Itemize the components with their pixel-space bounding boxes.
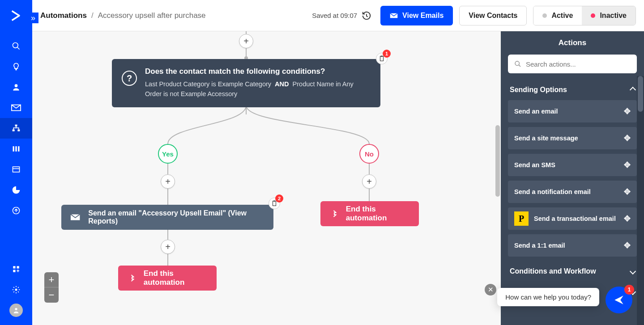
no-branch[interactable]: No bbox=[359, 144, 379, 164]
svg-line-1 bbox=[17, 47, 20, 50]
add-step-yes[interactable]: + bbox=[161, 174, 175, 189]
send-email-node[interactable]: Send an email "Accessory Upsell Email" (… bbox=[61, 205, 273, 230]
svg-rect-10 bbox=[13, 167, 20, 172]
envelope-icon bbox=[70, 213, 80, 221]
actions-panel-scrollbar[interactable] bbox=[637, 76, 644, 325]
svg-rect-32 bbox=[273, 201, 275, 202]
search-icon bbox=[12, 42, 21, 51]
search-icon bbox=[514, 60, 521, 68]
question-icon: ? bbox=[122, 71, 137, 86]
svg-rect-9 bbox=[18, 146, 19, 152]
nav-deals[interactable] bbox=[0, 139, 32, 159]
nav-contacts[interactable] bbox=[0, 77, 32, 97]
end-icon bbox=[331, 209, 340, 219]
condition-title: Does the contact match the following con… bbox=[145, 67, 370, 76]
chat-badge: 1 bbox=[624, 285, 634, 295]
svg-rect-28 bbox=[380, 56, 384, 61]
add-step-after-email[interactable]: + bbox=[161, 240, 175, 254]
view-emails-button[interactable]: View Emails bbox=[380, 6, 453, 25]
move-icon: ✥ bbox=[624, 106, 631, 116]
toggle-active[interactable]: Active bbox=[533, 6, 582, 25]
move-icon: ✥ bbox=[624, 187, 631, 197]
action-send-sms[interactable]: Send an SMS✥ bbox=[508, 154, 637, 176]
chat-prompt[interactable]: How can we help you today? bbox=[497, 288, 599, 306]
topbar: Automations / Accessory upsell after pur… bbox=[32, 0, 644, 31]
action-send-notification-email[interactable]: Send a notification email✥ bbox=[508, 181, 637, 203]
nav-apps[interactable] bbox=[0, 259, 32, 279]
condition-badge[interactable]: 1 bbox=[376, 53, 388, 64]
zoom-controls: + − bbox=[44, 272, 59, 303]
svg-rect-14 bbox=[17, 266, 19, 268]
email-node-badge[interactable]: 2 bbox=[269, 198, 280, 209]
pie-icon bbox=[12, 186, 21, 194]
nav-upgrade[interactable] bbox=[0, 200, 32, 221]
end-automation-node-no[interactable]: End this automation bbox=[320, 201, 419, 226]
chat-close-button[interactable]: ✕ bbox=[485, 284, 496, 295]
svg-rect-7 bbox=[13, 146, 14, 152]
action-send-site-message[interactable]: Send a site message✥ bbox=[508, 127, 637, 149]
status-toggle: Active Inactive bbox=[533, 6, 636, 25]
move-icon: ✥ bbox=[624, 133, 631, 143]
svg-rect-5 bbox=[13, 130, 15, 131]
svg-rect-8 bbox=[15, 146, 17, 152]
svg-rect-6 bbox=[17, 130, 20, 131]
person-icon bbox=[12, 83, 21, 92]
gear-icon bbox=[12, 285, 21, 294]
automation-canvas[interactable]: + ? Does the contact match the following… bbox=[32, 31, 501, 325]
actions-panel-title: Actions bbox=[501, 31, 644, 55]
nav-settings[interactable] bbox=[0, 279, 32, 300]
nav-campaigns[interactable] bbox=[0, 97, 32, 118]
svg-point-0 bbox=[13, 43, 18, 48]
postmark-icon: P bbox=[514, 211, 529, 226]
end-automation-node-yes[interactable]: End this automation bbox=[118, 266, 217, 291]
apps-icon bbox=[12, 265, 20, 273]
move-icon: ✥ bbox=[624, 241, 631, 250]
action-send-transactional-email[interactable]: PSend a transactional email✥ bbox=[508, 207, 637, 230]
chevron-down-icon bbox=[630, 268, 636, 274]
left-nav: » bbox=[0, 0, 32, 325]
section-sending-options[interactable]: Sending Options bbox=[501, 80, 644, 100]
nav-lists[interactable] bbox=[0, 159, 32, 180]
actions-search[interactable] bbox=[508, 55, 637, 73]
chat-fab[interactable]: 1 bbox=[606, 287, 632, 313]
nav-profile[interactable] bbox=[0, 300, 32, 321]
yes-branch[interactable]: Yes bbox=[158, 144, 178, 164]
svg-point-33 bbox=[515, 61, 519, 65]
section-conditions-workflow[interactable]: Conditions and Workflow bbox=[501, 261, 644, 282]
expand-sidebar-icon[interactable]: » bbox=[28, 13, 38, 23]
columns-icon bbox=[12, 144, 21, 153]
saved-status: Saved at 09:07 bbox=[312, 11, 371, 21]
automation-icon bbox=[12, 124, 21, 133]
nav-automations[interactable] bbox=[0, 118, 32, 139]
canvas-scrollbar[interactable] bbox=[495, 31, 501, 325]
condition-body: Last Product Category is Example Categor… bbox=[145, 80, 370, 99]
svg-rect-13 bbox=[13, 266, 15, 268]
window-icon bbox=[12, 165, 21, 174]
nav-ideas[interactable] bbox=[0, 56, 32, 77]
breadcrumb: Automations / Accessory upsell after pur… bbox=[40, 11, 206, 20]
move-icon: ✥ bbox=[624, 160, 631, 170]
condition-node[interactable]: ? Does the contact match the following c… bbox=[112, 59, 380, 107]
lightbulb-icon bbox=[12, 62, 21, 71]
zoom-out-button[interactable]: − bbox=[44, 287, 59, 303]
view-contacts-button[interactable]: View Contacts bbox=[459, 6, 527, 25]
toggle-inactive[interactable]: Inactive bbox=[582, 6, 635, 25]
actions-panel: Actions Sending Options Send an email✥ S… bbox=[501, 31, 644, 325]
history-icon[interactable] bbox=[362, 11, 371, 21]
action-send-email[interactable]: Send an email✥ bbox=[508, 100, 637, 122]
move-icon: ✥ bbox=[624, 214, 631, 224]
zoom-in-button[interactable]: + bbox=[44, 272, 59, 287]
chevron-up-icon bbox=[630, 87, 636, 93]
action-send-one-to-one-email[interactable]: Send a 1:1 email✥ bbox=[508, 234, 637, 257]
add-step-no[interactable]: + bbox=[362, 174, 376, 189]
send-icon bbox=[613, 294, 625, 306]
breadcrumb-root[interactable]: Automations bbox=[40, 11, 87, 20]
svg-rect-29 bbox=[381, 56, 383, 57]
breadcrumb-current: Accessory upsell after purchase bbox=[98, 11, 206, 20]
actions-search-input[interactable] bbox=[526, 60, 631, 68]
nav-reports[interactable] bbox=[0, 180, 32, 200]
add-step-top[interactable]: + bbox=[239, 34, 253, 48]
end-icon bbox=[129, 273, 137, 283]
nav-search[interactable] bbox=[0, 36, 32, 56]
svg-point-17 bbox=[15, 308, 17, 310]
